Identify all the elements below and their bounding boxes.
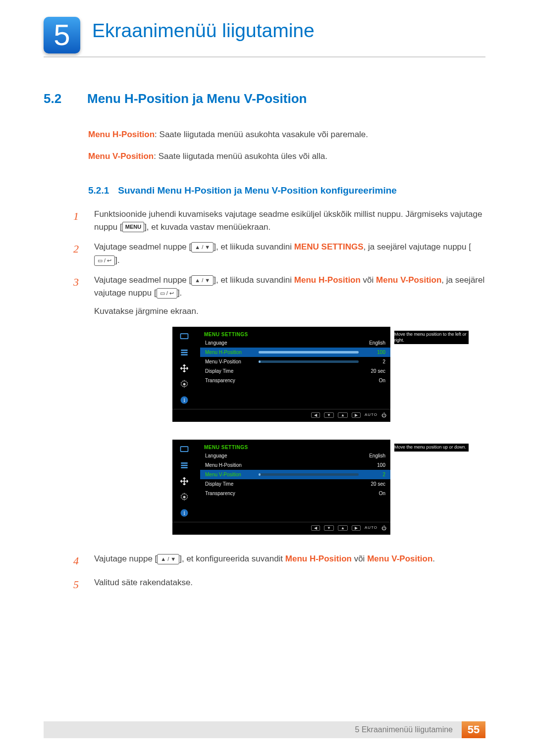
step-2: 2 Vajutage seadmel nuppe [▲ / ▼], et lii… xyxy=(73,241,485,267)
nav-up-icon: ▲ xyxy=(338,412,348,418)
up-down-icon: ▲ / ▼ xyxy=(191,242,214,252)
step-number: 3 xyxy=(73,274,83,318)
up-down-icon: ▲ / ▼ xyxy=(191,275,214,286)
osd-nav-bar: ◀ ▼ ▲ ▶ AUTO ⏻ xyxy=(172,522,390,534)
osd-item-transparency: Transparency On xyxy=(200,376,390,385)
enter-return-icon: ▭ / ↩ xyxy=(94,255,115,266)
intro-v-desc: : Saate liigutada menüü asukohta üles võ… xyxy=(154,151,327,161)
nav-down-icon: ▼ xyxy=(324,412,334,418)
svg-point-11 xyxy=(183,496,186,499)
osd-sidebar: i xyxy=(172,327,196,409)
nav-down-icon: ▼ xyxy=(324,525,334,531)
svg-point-4 xyxy=(183,383,186,386)
step-5: 5 Valitud säte rakendatakse. xyxy=(73,576,485,593)
svg-rect-3 xyxy=(181,354,187,355)
gear-icon xyxy=(177,378,191,390)
intro-v-line: Menu V-Position: Saate liigutada menüü a… xyxy=(88,150,485,163)
osd-help-text: Move the menu position up or down. xyxy=(394,444,469,452)
move-icon xyxy=(177,362,191,374)
nav-left-icon: ◀ xyxy=(311,412,320,418)
svg-rect-8 xyxy=(181,462,187,464)
osd-item-language: Language English xyxy=(200,338,390,348)
osd-title: MENU SETTINGS xyxy=(200,444,390,451)
menu-h-highlight: Menu H-Position xyxy=(294,275,361,285)
chapter-title: Ekraanimenüü liigutamine xyxy=(92,20,315,42)
up-down-icon: ▲ / ▼ xyxy=(157,554,179,564)
menu-v-highlight: Menu V-Position xyxy=(367,554,432,563)
svg-rect-9 xyxy=(181,465,187,466)
intro-h-label: Menu H-Position xyxy=(88,130,155,139)
divider xyxy=(44,56,485,57)
step-number: 1 xyxy=(73,208,83,234)
gear-icon xyxy=(177,491,191,503)
nav-auto-label: AUTO xyxy=(365,412,377,418)
info-icon: i xyxy=(177,507,191,519)
step-4: 4 Vajutage nuppe [▲ / ▼], et konfigureer… xyxy=(73,553,485,569)
intro-h-desc: : Saate liigutada menüü asukohta vasakul… xyxy=(155,130,368,139)
list-icon xyxy=(177,459,191,471)
picture-icon xyxy=(177,331,191,343)
osd-item-h-position: Menu H-Position 100 xyxy=(200,348,390,357)
move-icon xyxy=(177,475,191,487)
slider-bar xyxy=(259,473,359,476)
osd-item-language: Language English xyxy=(200,451,390,460)
intro-v-label: Menu V-Position xyxy=(88,151,154,161)
slider-fill xyxy=(259,473,261,476)
subsection-number: 5.2.1 xyxy=(88,185,109,196)
nav-auto-label: AUTO xyxy=(365,525,377,531)
step-number: 4 xyxy=(73,553,83,569)
osd-item-display-time: Display Time 20 sec xyxy=(200,366,390,376)
footer-text: 5 Ekraanimenüü liigutamine xyxy=(355,725,457,734)
svg-rect-10 xyxy=(181,467,187,468)
osd-nav-bar: ◀ ▼ ▲ ▶ AUTO ⏻ xyxy=(172,409,390,421)
nav-right-icon: ▶ xyxy=(352,525,361,531)
chapter-number-badge: 5 xyxy=(44,17,80,53)
power-icon: ⏻ xyxy=(381,412,386,418)
step-number: 2 xyxy=(73,241,83,267)
osd-panel-v: i MENU SETTINGS Language English Menu H-… xyxy=(172,440,390,535)
osd-panel-h: i MENU SETTINGS Language English Menu H-… xyxy=(172,327,390,422)
menu-h-highlight: Menu H-Position xyxy=(285,554,352,563)
intro-h-line: Menu H-Position: Saate liigutada menüü a… xyxy=(88,128,485,141)
menu-settings-highlight: MENU SETTINGS xyxy=(294,242,364,252)
power-icon: ⏻ xyxy=(381,525,386,531)
svg-rect-0 xyxy=(181,334,188,339)
osd-item-transparency: Transparency On xyxy=(200,489,390,498)
svg-rect-7 xyxy=(181,447,188,452)
section-title: Menu H-Position ja Menu V-Position xyxy=(87,91,307,106)
near: ▲ xyxy=(338,525,348,531)
subsection-title: Suvandi Menu H-Position ja Menu V-Positi… xyxy=(118,185,397,196)
picture-icon xyxy=(177,444,191,455)
page-footer: 5 Ekraanimenüü liigutamine 55 xyxy=(44,721,485,738)
menu-v-highlight: Menu V-Position xyxy=(376,275,441,285)
step-number: 5 xyxy=(73,576,83,593)
nav-right-icon: ▶ xyxy=(352,412,361,418)
slider-fill xyxy=(259,360,261,363)
list-icon xyxy=(177,347,191,358)
svg-rect-2 xyxy=(181,352,187,353)
osd-sidebar: i xyxy=(172,440,196,522)
slider-bar xyxy=(259,360,359,363)
osd-item-v-position: Menu V-Position 2 xyxy=(200,470,390,479)
nav-left-icon: ◀ xyxy=(311,525,320,531)
menu-badge: MENU xyxy=(122,222,144,232)
osd-item-v-position: Menu V-Position 2 xyxy=(200,357,390,366)
step-3: 3 Vajutage seadmel nuppe [▲ / ▼], et lii… xyxy=(73,274,485,318)
page-number: 55 xyxy=(462,721,485,738)
svg-rect-1 xyxy=(181,350,187,351)
osd-title: MENU SETTINGS xyxy=(200,331,390,338)
info-icon: i xyxy=(177,394,191,406)
slider-bar xyxy=(259,351,359,353)
step-1: 1 Funktsioonide juhendi kuvamiseks vajut… xyxy=(73,208,485,234)
section-number: 5.2 xyxy=(44,91,72,106)
enter-return-icon: ▭ / ↩ xyxy=(157,288,177,299)
slider-fill xyxy=(259,351,359,353)
osd-item-display-time: Display Time 20 sec xyxy=(200,479,390,489)
osd-item-h-position: Menu H-Position 100 xyxy=(200,460,390,470)
osd-help-text: Move the menu position to the left or ri… xyxy=(394,331,469,344)
